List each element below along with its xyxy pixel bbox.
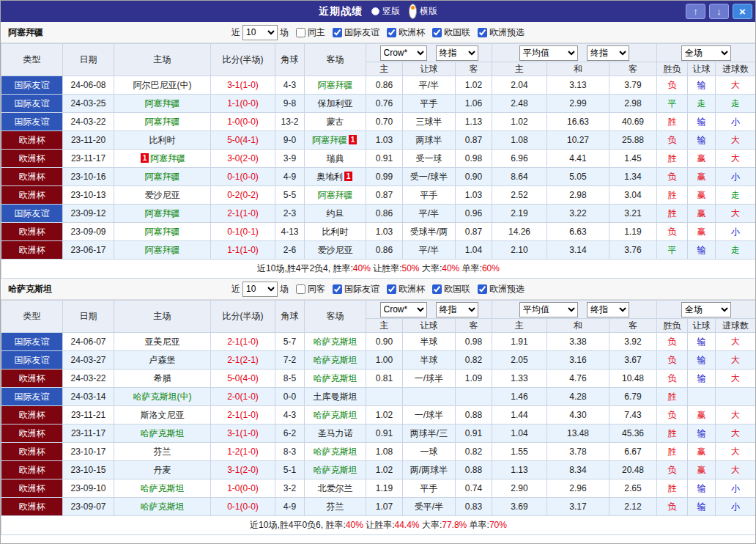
avg-draw-odds-cell: 3.16 [547, 351, 609, 370]
result-handicap-cell: 赢 [688, 443, 716, 461]
result-winloss-cell: 负 [657, 168, 688, 186]
competition-type-cell: 欧洲杯 [1, 186, 63, 205]
same-venue-checkbox-label[interactable]: 同主 [291, 26, 325, 39]
competition-checkbox-3-label[interactable]: 欧洲预选 [472, 283, 525, 295]
competition-checkbox-3-text: 欧洲预选 [489, 283, 525, 295]
match-count-select[interactable]: 10 [242, 25, 278, 40]
team-label: 阿尔巴尼亚(中) [133, 80, 192, 90]
competition-checkbox-2[interactable] [432, 28, 442, 37]
euro-final-index-select[interactable]: 终指 [587, 302, 629, 317]
down-arrow-icon: ↓ [716, 6, 722, 17]
competition-checkbox-3[interactable] [478, 28, 487, 37]
competition-checkbox-0[interactable] [333, 28, 342, 37]
avg-away-odds-cell: 2.12 [609, 498, 657, 516]
team-label: 保加利亚 [318, 98, 353, 109]
column-header: 角球 [275, 44, 305, 76]
competition-checkbox-1-label[interactable]: 欧洲杯 [382, 26, 425, 39]
same-venue-checkbox-text: 同客 [308, 283, 325, 295]
competition-checkbox-2-label[interactable]: 欧国联 [427, 283, 470, 295]
crown-handicap-cell: 平手 [403, 186, 456, 205]
competition-checkbox-2[interactable] [432, 284, 442, 294]
corners-cell: 7-2 [275, 351, 305, 370]
score-cell: 5-0(4-1) [211, 131, 275, 150]
crown-home-odds-cell: 0.76 [366, 95, 403, 113]
column-header: 比分(半场) [211, 44, 275, 76]
bookmaker-select[interactable]: Crow* [380, 45, 427, 61]
avg-draw-odds-cell: 3.17 [547, 498, 609, 516]
crown-home-odds-cell: 0.86 [366, 205, 403, 223]
match-scope-select[interactable]: 全场 [681, 45, 731, 61]
away-team-cell: 阿塞拜疆 [305, 186, 366, 205]
team-label: 芬兰 [154, 446, 171, 457]
result-handicap-cell: 输 [688, 333, 716, 351]
crown-home-odds-cell: 1.07 [366, 498, 403, 516]
match-count-select[interactable]: 10 [242, 282, 278, 297]
team-label: 哈萨克斯坦 [314, 355, 357, 365]
competition-checkbox-0-label[interactable]: 国际友谊 [327, 283, 379, 295]
crown-home-odds-cell: 1.02 [366, 461, 403, 479]
crown-final-index-select[interactable]: 终指 [436, 45, 478, 61]
layout-radio-horizontal[interactable]: 横版 [409, 4, 437, 19]
same-venue-checkbox[interactable] [296, 284, 305, 294]
crown-away-odds-cell: 0.83 [456, 498, 492, 516]
away-team-cell: 哈萨克斯坦 [305, 333, 366, 351]
same-venue-checkbox[interactable] [296, 28, 305, 37]
competition-checkbox-2-label[interactable]: 欧国联 [427, 26, 470, 39]
crown-home-odds-cell: 1.08 [366, 443, 403, 461]
result-winloss-cell: 负 [657, 461, 688, 479]
home-team-cell: 斯洛文尼亚 [114, 406, 211, 424]
same-venue-checkbox-label[interactable]: 同客 [291, 283, 325, 295]
competition-checkbox-1[interactable] [387, 28, 396, 37]
bookmaker-select[interactable]: Crow* [380, 302, 427, 317]
match-row: 国际友谊24-03-25阿塞拜疆1-1(0-0)9-8保加利亚0.76平手1.0… [1, 95, 756, 113]
column-header: 客场 [305, 301, 366, 333]
score-cell: 1-2(1-0) [211, 443, 275, 461]
radio-icon-horizontal [409, 4, 417, 19]
date-cell: 24-03-27 [63, 351, 114, 370]
move-up-button[interactable]: ↑ [686, 4, 705, 19]
crown-away-odds-cell [456, 388, 492, 406]
crown-handicap-cell: 一/球半 [403, 370, 456, 388]
team-label: 比利时 [149, 135, 176, 145]
result-handicap-cell [688, 388, 716, 406]
date-cell: 23-09-12 [63, 205, 114, 223]
away-team-cell: 比利时 [305, 223, 366, 241]
result-handicap-cell: 赢 [688, 150, 716, 168]
match-row: 欧洲杯23-09-10哈萨克斯坦1-0(0-0)3-2北爱尔兰1.19平手0.7… [1, 479, 756, 498]
away-team-cell: 土库曼斯坦 [305, 388, 366, 406]
away-team-cell: 哈萨克斯坦 [305, 461, 366, 479]
team-label: 哈萨克斯坦 [314, 337, 357, 347]
summary-segment: 60% [482, 263, 500, 273]
crown-away-odds-cell: 0.82 [456, 351, 492, 370]
date-cell: 24-03-22 [63, 370, 114, 388]
competition-checkbox-0[interactable] [333, 284, 342, 294]
close-button[interactable]: × [733, 4, 752, 19]
column-header: 类型 [1, 44, 63, 76]
euro-final-index-select[interactable]: 终指 [587, 45, 629, 61]
corners-cell: 4-3 [275, 406, 305, 424]
competition-checkbox-3-label[interactable]: 欧洲预选 [472, 26, 525, 39]
crown-away-odds-cell: 0.98 [456, 150, 492, 168]
result-goals-cell: 大 [716, 76, 756, 95]
crown-handicap-cell: 受一/球半 [403, 168, 456, 186]
sub-column-header: 让球 [403, 319, 456, 333]
layout-radio-vertical[interactable]: 竖版 [371, 5, 400, 18]
date-cell: 24-03-25 [63, 95, 114, 113]
crown-final-index-select[interactable]: 终指 [436, 302, 478, 317]
away-team-cell: 约旦 [305, 205, 366, 223]
competition-checkbox-0-label[interactable]: 国际友谊 [327, 26, 379, 39]
home-team-cell: 阿塞拜疆 [114, 241, 211, 260]
move-down-button[interactable]: ↓ [709, 4, 729, 19]
competition-checkbox-1[interactable] [387, 284, 396, 294]
result-winloss-cell: 负 [657, 131, 688, 150]
result-winloss-cell: 平 [657, 241, 688, 260]
date-cell: 23-06-17 [63, 241, 114, 260]
crown-handicap-cell [403, 388, 456, 406]
competition-checkbox-3[interactable] [478, 284, 487, 294]
match-scope-select[interactable]: 全场 [681, 302, 731, 317]
average-odds-select[interactable]: 平均值 [519, 45, 578, 61]
competition-checkbox-1-label[interactable]: 欧洲杯 [382, 283, 425, 295]
crown-handicap-cell: 平/半 [403, 241, 456, 260]
avg-home-odds-cell: 1.08 [492, 131, 547, 150]
average-odds-select[interactable]: 平均值 [519, 302, 578, 317]
